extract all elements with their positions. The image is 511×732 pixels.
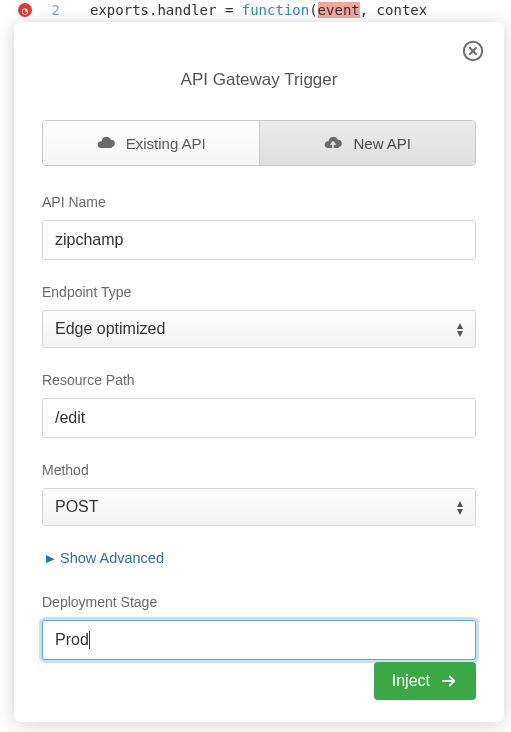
close-button[interactable] — [462, 40, 484, 62]
cloud-icon — [96, 133, 116, 153]
code-token: .handler — [149, 2, 225, 18]
method-value: POST — [55, 498, 99, 516]
code-token: = — [225, 2, 242, 18]
modal-footer: Inject — [374, 662, 476, 700]
deployment-stage-label: Deployment Stage — [42, 594, 476, 610]
field-resource-path: Resource Path — [42, 372, 476, 438]
chevron-updown-icon: ▴▾ — [457, 321, 463, 337]
chevron-updown-icon: ▴▾ — [457, 499, 463, 515]
endpoint-type-select[interactable]: Edge optimized ▴▾ — [42, 310, 476, 348]
tab-existing-api-label: Existing API — [126, 135, 206, 152]
inject-button[interactable]: Inject — [374, 662, 476, 700]
method-select[interactable]: POST ▴▾ — [42, 488, 476, 526]
code-token: , contex — [360, 2, 427, 18]
deployment-stage-input[interactable]: Prod — [42, 620, 476, 660]
endpoint-type-value: Edge optimized — [55, 320, 165, 338]
method-label: Method — [42, 462, 476, 478]
resource-path-input[interactable] — [42, 398, 476, 438]
deployment-stage-value: Prod — [55, 631, 89, 649]
show-advanced-label: Show Advanced — [60, 550, 164, 566]
api-gateway-modal: API Gateway Trigger Existing API New API… — [14, 22, 504, 722]
api-name-input[interactable] — [42, 220, 476, 260]
tab-new-api-label: New API — [353, 135, 411, 152]
modal-title: API Gateway Trigger — [42, 70, 476, 90]
line-number: 2 — [40, 2, 60, 18]
close-icon — [462, 40, 484, 62]
code-token: exports — [90, 2, 149, 18]
tab-new-api[interactable]: New API — [259, 121, 476, 165]
tab-existing-api[interactable]: Existing API — [43, 121, 259, 165]
caret-right-icon: ▶ — [46, 552, 54, 565]
field-deployment-stage: Deployment Stage Prod — [42, 594, 476, 660]
arrow-right-icon — [440, 672, 458, 690]
inject-button-label: Inject — [392, 672, 430, 690]
cloud-upload-icon — [323, 133, 343, 153]
editor-line: ◔ 2 exports.handler = function(event, co… — [0, 0, 511, 20]
field-api-name: API Name — [42, 194, 476, 260]
field-method: Method POST ▴▾ — [42, 462, 476, 526]
text-caret — [89, 631, 90, 649]
endpoint-type-label: Endpoint Type — [42, 284, 476, 300]
code-token-keyword: function — [242, 2, 309, 18]
api-name-label: API Name — [42, 194, 476, 210]
field-endpoint-type: Endpoint Type Edge optimized ▴▾ — [42, 284, 476, 348]
code-token: ( — [309, 2, 317, 18]
resource-path-label: Resource Path — [42, 372, 476, 388]
code-token-highlight: event — [318, 2, 360, 18]
api-source-toggle: Existing API New API — [42, 120, 476, 166]
error-gutter-icon: ◔ — [18, 3, 32, 17]
show-advanced-toggle[interactable]: ▶ Show Advanced — [46, 550, 476, 566]
